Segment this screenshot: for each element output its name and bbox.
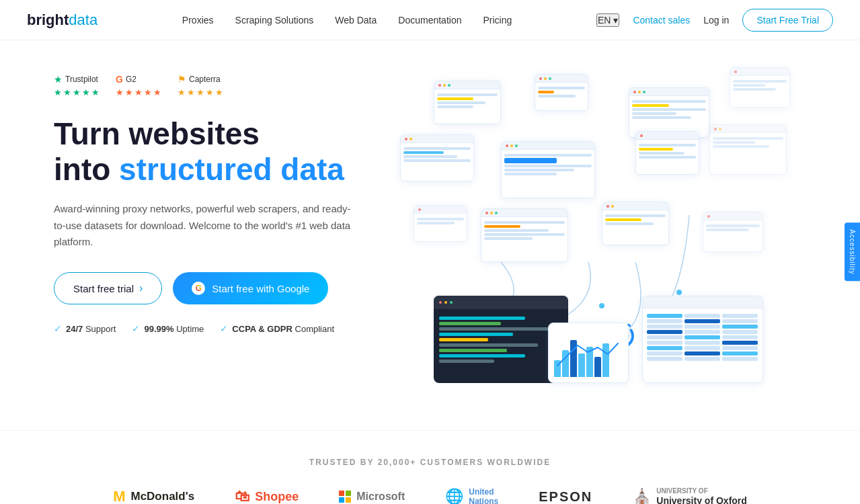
start-google-button[interactable]: G Start free with Google (173, 272, 328, 304)
headline-line1: Turn websites (54, 116, 260, 151)
chart-bar-6 (594, 357, 601, 377)
ratings-row: ★ Trustpilot ★ ★ ★ ★ ★ G G2 ★ ★ (54, 74, 356, 97)
chart-bar-1 (554, 360, 561, 377)
browser-mockup-5 (400, 134, 474, 181)
browser-mockup-4 (730, 67, 790, 108)
data-panel-header (643, 296, 763, 308)
trustpilot-rating: ★ Trustpilot ★ ★ ★ ★ ★ (54, 74, 100, 97)
oxford-crest-icon: ⛪ (633, 488, 651, 504)
login-link[interactable]: Log in (703, 15, 729, 26)
nav-proxies[interactable]: Proxies (182, 15, 214, 26)
chart-bar-7 (602, 343, 609, 377)
check-icon: ✓ (220, 323, 228, 334)
uptime-badge: ✓ 99.99% Uptime (132, 323, 204, 334)
microsoft-grid-icon (339, 491, 351, 503)
start-free-trial-button[interactable]: Start Free Trial (742, 9, 833, 32)
nav-links: Proxies Scraping Solutions Web Data Docu… (182, 15, 512, 26)
capterra-stars: ★ ★ ★ ★ ★ (178, 87, 223, 97)
oxford-logo: ⛪ UNIVERSITY OF University of Oxford (633, 487, 747, 504)
browser-mockup-3 (629, 87, 709, 138)
chart-bar-4 (578, 353, 585, 377)
svg-point-3 (676, 290, 682, 295)
svg-point-1 (599, 303, 604, 308)
browser-mockup-11 (602, 202, 669, 245)
mcdonalds-arches-icon: M (113, 488, 125, 504)
illustration-container (400, 67, 790, 403)
check-icon: ✓ (54, 323, 62, 334)
data-panel-body (643, 308, 763, 366)
trusted-label: TRUSTED BY 20,000+ CUSTOMERS WORLDWIDE (40, 458, 820, 467)
navbar: bright data Proxies Scraping Solutions W… (0, 0, 860, 40)
browser-mockup-10 (481, 208, 568, 262)
start-trial-button[interactable]: Start free trial › (54, 272, 162, 304)
g2-stars: ★ ★ ★ ★ ★ (116, 87, 161, 97)
hero-subtext: Award-winning proxy networks, powerful w… (54, 201, 356, 251)
logo-data: data (69, 11, 97, 29)
accessibility-button[interactable]: Accessibility (845, 222, 860, 281)
nav-web-data[interactable]: Web Data (335, 15, 377, 26)
compliance-bold: CCPA & GDPR (232, 324, 292, 334)
contact-sales-link[interactable]: Contact sales (633, 15, 690, 26)
capterra-label: Capterra (189, 75, 221, 84)
trust-badges: ✓ 24/7 Support ✓ 99.99% Uptime ✓ CCPA & … (54, 323, 356, 334)
un-logo: 🌐 United Nations (445, 487, 498, 504)
nav-scraping-solutions[interactable]: Scraping Solutions (235, 15, 314, 26)
trustpilot-stars: ★ ★ ★ ★ ★ (54, 87, 100, 97)
shopee-logo: 🛍 Shopee (235, 488, 299, 504)
logo[interactable]: bright data (27, 11, 97, 29)
uptime-bold: 99.99% (144, 324, 173, 334)
headline-line2-blue: structured data (119, 152, 344, 187)
microsoft-logo: Microsoft (339, 491, 405, 503)
terminal-bar (434, 296, 568, 309)
check-icon: ✓ (132, 323, 140, 334)
browser-mockup-12 (703, 212, 763, 252)
hero-headline: Turn websites into structured data (54, 116, 356, 187)
hero-content: ★ Trustpilot ★ ★ ★ ★ ★ G G2 ★ ★ (54, 67, 356, 334)
google-icon: G (192, 282, 205, 295)
chevron-down-icon: ▾ (613, 15, 618, 26)
headline-line2-plain: into (54, 152, 110, 187)
browser-mockup-9 (414, 205, 467, 242)
hero-ctas: Start free trial › G Start free with Goo… (54, 272, 356, 304)
language-selector[interactable]: EN ▾ (596, 13, 619, 27)
epson-logo: EPSON (539, 489, 592, 504)
nav-documentation[interactable]: Documentation (398, 15, 461, 26)
browser-mockup-8 (709, 124, 787, 175)
browser-mockup-6 (501, 141, 595, 198)
hero-illustration (383, 67, 806, 403)
brand-logos: M McDonald's 🛍 Shopee Microsoft 🌐 United… (40, 487, 820, 504)
shopee-bag-icon: 🛍 (235, 488, 249, 504)
browser-mockup-1 (434, 81, 501, 124)
support-bold: 24/7 (66, 324, 83, 334)
browser-mockup-7 (635, 131, 699, 175)
mcdonalds-logo: M McDonald's (113, 488, 194, 504)
g2-rating: G G2 ★ ★ ★ ★ ★ (116, 74, 161, 97)
g2-label: G2 (126, 75, 136, 84)
logo-bright: bright (27, 11, 69, 29)
browser-mockup-2 (535, 74, 588, 111)
trusted-section: TRUSTED BY 20,000+ CUSTOMERS WORLDWIDE M… (0, 430, 860, 504)
arrow-right-icon: › (139, 282, 143, 294)
support-badge: ✓ 24/7 Support (54, 323, 116, 334)
compliance-badge: ✓ CCPA & GDPR Compliant (220, 323, 334, 334)
trustpilot-label: Trustpilot (65, 75, 98, 84)
nav-right: EN ▾ Contact sales Log in Start Free Tri… (596, 9, 833, 32)
capterra-rating: ⚑ Capterra ★ ★ ★ ★ ★ (178, 74, 223, 97)
data-table-panel (642, 296, 763, 383)
chart-bar-2 (562, 350, 569, 377)
hero-section: ★ Trustpilot ★ ★ ★ ★ ★ G G2 ★ ★ (0, 40, 860, 430)
chart-bar-5 (586, 347, 593, 377)
chart-bar-3 (570, 340, 577, 377)
chart-panel (548, 323, 629, 383)
nav-pricing[interactable]: Pricing (483, 15, 512, 26)
un-emblem-icon: 🌐 (445, 488, 463, 504)
